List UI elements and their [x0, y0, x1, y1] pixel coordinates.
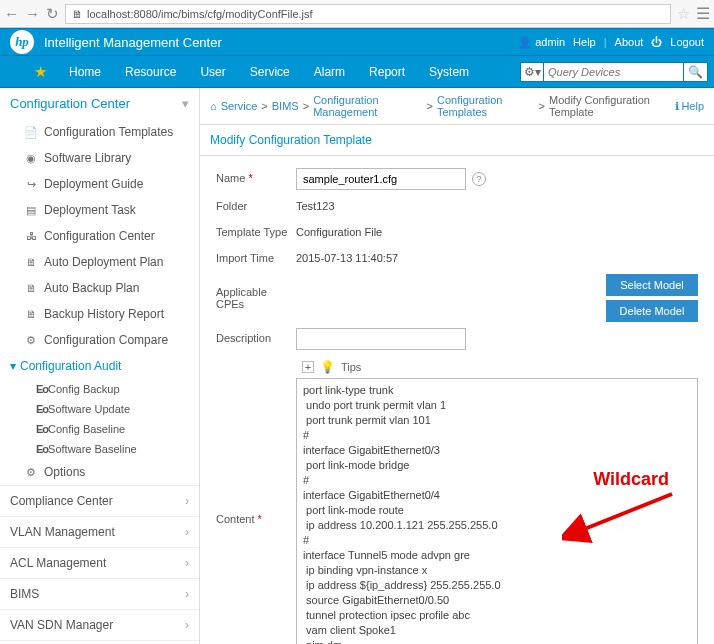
chevron-right-icon: ›: [185, 494, 189, 508]
crumb-service[interactable]: Service: [221, 100, 258, 112]
templates-icon: 📄: [24, 126, 38, 139]
sidebar: Configuration Center▾ 📄Configuration Tem…: [0, 88, 200, 644]
hamburger-menu-icon[interactable]: ☰: [696, 4, 710, 23]
folder-label: Folder: [216, 196, 296, 216]
chevron-right-icon: ›: [185, 525, 189, 539]
nav-system[interactable]: System: [429, 65, 469, 79]
device-search: ⚙▾ 🔍: [520, 62, 708, 82]
crumb-config-management[interactable]: Configuration Management: [313, 94, 422, 118]
sidebar-section-config-center[interactable]: Configuration Center▾: [0, 88, 199, 119]
description-label: Description: [216, 328, 296, 350]
tips-label: Tips: [341, 361, 361, 373]
breadcrumb: ⌂ Service > BIMS > Configuration Managem…: [200, 88, 714, 125]
main-nav: ★ Home Resource User Service Alarm Repor…: [0, 56, 714, 88]
disc-icon: ◉: [24, 152, 38, 165]
chevron-right-icon: ›: [185, 556, 189, 570]
crumb-bims[interactable]: BIMS: [272, 100, 299, 112]
home-icon[interactable]: ⌂: [210, 100, 217, 112]
bookmark-star-icon[interactable]: ☆: [677, 5, 690, 23]
sidebar-item-options[interactable]: ⚙Options: [0, 459, 199, 485]
delete-model-button[interactable]: Delete Model: [606, 300, 698, 322]
forward-button[interactable]: →: [25, 5, 40, 22]
sidebar-item-auto-deploy-plan[interactable]: 🗎Auto Deployment Plan: [0, 249, 199, 275]
task-icon: ▤: [24, 204, 38, 217]
app-title: Intelligent Management Center: [44, 35, 222, 50]
url-text: localhost:8080/imc/bims/cfg/modityConfFi…: [87, 8, 313, 20]
sidebar-item-backup-history[interactable]: 🗎Backup History Report: [0, 301, 199, 327]
name-input[interactable]: [296, 168, 466, 190]
backup-icon: 🗎: [24, 282, 38, 294]
nav-user[interactable]: User: [200, 65, 225, 79]
tips-row: + 💡 Tips: [216, 356, 698, 378]
power-icon[interactable]: ⏻: [651, 36, 662, 48]
sidebar-item-software-library[interactable]: ◉Software Library: [0, 145, 199, 171]
name-help-icon[interactable]: ?: [472, 172, 486, 186]
crumb-config-templates[interactable]: Configuration Templates: [437, 94, 535, 118]
nav-service[interactable]: Service: [250, 65, 290, 79]
sidebar-item-config-compare[interactable]: ⚙Configuration Compare: [0, 327, 199, 353]
device-search-input[interactable]: [544, 62, 684, 82]
template-type-label: Template Type: [216, 222, 296, 242]
applicable-cpes-label: Applicable CPEs: [216, 282, 296, 314]
expand-tips-icon[interactable]: +: [302, 361, 314, 373]
folder-value: Test123: [296, 196, 698, 216]
sidebar-vlan-management[interactable]: VLAN Management›: [0, 516, 199, 547]
nav-resource[interactable]: Resource: [125, 65, 176, 79]
history-icon: 🗎: [24, 308, 38, 320]
template-type-value: Configuration File: [296, 222, 698, 242]
sidebar-item-deployment-task[interactable]: ▤Deployment Task: [0, 197, 199, 223]
page-title: Modify Configuration Template: [200, 125, 714, 156]
header-about-link[interactable]: About: [615, 36, 644, 48]
sidebar-sub-software-update[interactable]: EoSoftware Update: [0, 399, 199, 419]
search-settings-icon[interactable]: ⚙▾: [520, 62, 544, 82]
help-link[interactable]: ℹHelp: [675, 100, 704, 113]
chevron-right-icon: ›: [185, 587, 189, 601]
app-header: hp Intelligent Management Center 👤 admin…: [0, 28, 714, 56]
sidebar-item-auto-backup-plan[interactable]: 🗎Auto Backup Plan: [0, 275, 199, 301]
search-icon[interactable]: 🔍: [684, 62, 708, 82]
nav-report[interactable]: Report: [369, 65, 405, 79]
sidebar-sub-config-baseline[interactable]: EoConfig Baseline: [0, 419, 199, 439]
sidebar-traffic-analysis[interactable]: Traffic Analysis and Audit›: [0, 640, 199, 644]
sidebar-sub-config-backup[interactable]: EoConfig Backup: [0, 379, 199, 399]
reload-button[interactable]: ↻: [46, 5, 59, 23]
sidebar-compliance-center[interactable]: Compliance Center›: [0, 485, 199, 516]
sidebar-sub-software-baseline[interactable]: EoSoftware Baseline: [0, 439, 199, 459]
name-label: Name *: [216, 168, 296, 190]
nav-home[interactable]: Home: [69, 65, 101, 79]
user-icon[interactable]: 👤 admin: [518, 36, 565, 49]
sidebar-item-config-center[interactable]: 🖧Configuration Center: [0, 223, 199, 249]
sidebar-item-config-templates[interactable]: 📄Configuration Templates: [0, 119, 199, 145]
favorites-star-icon[interactable]: ★: [34, 63, 47, 81]
content-label: Content *: [216, 509, 296, 529]
sidebar-bims[interactable]: BIMS›: [0, 578, 199, 609]
sidebar-section-config-audit[interactable]: ▾Configuration Audit: [0, 353, 199, 379]
address-bar[interactable]: 🗎 localhost:8080/imc/bims/cfg/modityConf…: [65, 4, 671, 24]
content-textarea[interactable]: [297, 379, 697, 644]
help-icon: ℹ: [675, 100, 679, 113]
hp-logo: hp: [10, 30, 34, 54]
lightbulb-icon: 💡: [320, 360, 335, 374]
triangle-down-icon: ▾: [10, 359, 16, 373]
header-logout-link[interactable]: Logout: [670, 36, 704, 48]
description-input[interactable]: [296, 328, 466, 350]
browser-toolbar: ← → ↻ 🗎 localhost:8080/imc/bims/cfg/modi…: [0, 0, 714, 28]
compare-icon: ⚙: [24, 334, 38, 347]
chevron-right-icon: ›: [185, 618, 189, 632]
nav-alarm[interactable]: Alarm: [314, 65, 345, 79]
import-time-value: 2015-07-13 11:40:57: [296, 248, 698, 268]
chevron-down-icon: ▾: [182, 96, 189, 111]
gear-icon: ⚙: [24, 466, 38, 479]
center-icon: 🖧: [24, 230, 38, 242]
import-time-label: Import Time: [216, 248, 296, 268]
back-button[interactable]: ←: [4, 5, 19, 22]
plan-icon: 🗎: [24, 256, 38, 268]
select-model-button[interactable]: Select Model: [606, 274, 698, 296]
header-help-link[interactable]: Help: [573, 36, 596, 48]
sidebar-item-deployment-guide[interactable]: ↪Deployment Guide: [0, 171, 199, 197]
guide-icon: ↪: [24, 178, 38, 191]
sidebar-acl-management[interactable]: ACL Management›: [0, 547, 199, 578]
sidebar-van-sdn[interactable]: VAN SDN Manager›: [0, 609, 199, 640]
crumb-current: Modify Configuration Template: [549, 94, 671, 118]
